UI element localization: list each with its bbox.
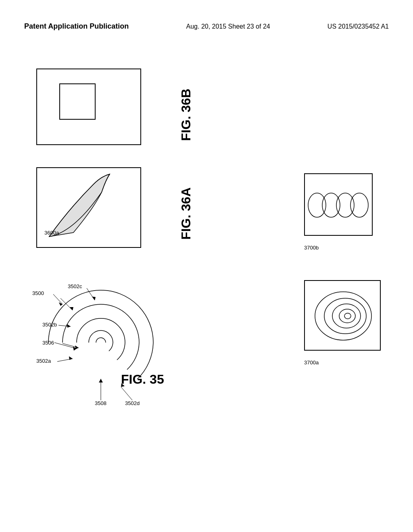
svg-point-3 [350,193,368,217]
svg-marker-24 [69,356,73,360]
svg-marker-18 [92,297,96,300]
fig35-container: 3500 3502c 3502b 3506 3502a 3508 3502d [24,274,169,403]
svg-point-32 [339,309,355,323]
svg-text:3502d: 3502d [125,400,140,406]
content-area: FIG. 36B 3600a FIG. 36A 3700b FIG. [0,56,413,532]
publication-date-sheet: Aug. 20, 2015 Sheet 23 of 24 [186,23,270,30]
fig37a-outer-rect [304,280,381,351]
svg-text:3500: 3500 [32,290,44,296]
fig36a-svg [37,168,141,248]
fig37b-outer-rect [304,173,373,236]
fig36a-label: FIG. 36A [179,187,194,240]
fig37a-svg [305,281,381,351]
label-3700a: 3700a [304,360,319,366]
svg-text:3502c: 3502c [68,283,82,289]
svg-point-0 [308,193,326,217]
svg-text:3508: 3508 [95,400,106,406]
svg-line-15 [53,294,63,304]
fig35-svg: 3500 3502c 3502b 3506 3502a 3508 3502d [24,274,177,411]
fig36a-outer-rect [36,167,141,248]
svg-line-27 [121,387,132,400]
svg-point-31 [332,304,361,328]
fig36b-outer-rect [36,69,141,145]
svg-marker-26 [99,379,103,382]
svg-text:3502a: 3502a [36,358,51,364]
svg-point-33 [344,313,351,319]
fig36a-container: 3600a FIG. 36A [36,167,145,252]
label-3700b: 3700b [304,245,319,251]
page-header: Patent Application Publication Aug. 20, … [0,22,413,31]
svg-point-2 [336,193,354,217]
publication-title: Patent Application Publication [24,22,129,31]
fig35-label: FIG. 35 [121,372,164,387]
publication-number: US 2015/0235452 A1 [327,23,389,30]
svg-text:3506: 3506 [42,340,54,346]
svg-marker-16 [59,302,63,306]
fig36b-label: FIG. 36B [179,89,194,141]
fig37b-svg [305,174,373,236]
svg-marker-20 [67,324,71,328]
svg-point-30 [324,298,366,334]
svg-text:3502b: 3502b [42,322,57,328]
fig37a-container: 3700a FIG. 37A [304,280,385,357]
svg-point-1 [322,193,340,217]
fig37b-container: 3700b FIG. 37B [304,173,377,242]
fig36b-container: FIG. 36B [36,69,145,149]
svg-marker-5 [70,307,73,310]
fig37b-label: FIG. 37B [410,181,413,234]
label-3600a: 3600a [44,230,59,236]
fig36b-inner-rect [59,83,96,120]
svg-point-29 [315,292,371,340]
